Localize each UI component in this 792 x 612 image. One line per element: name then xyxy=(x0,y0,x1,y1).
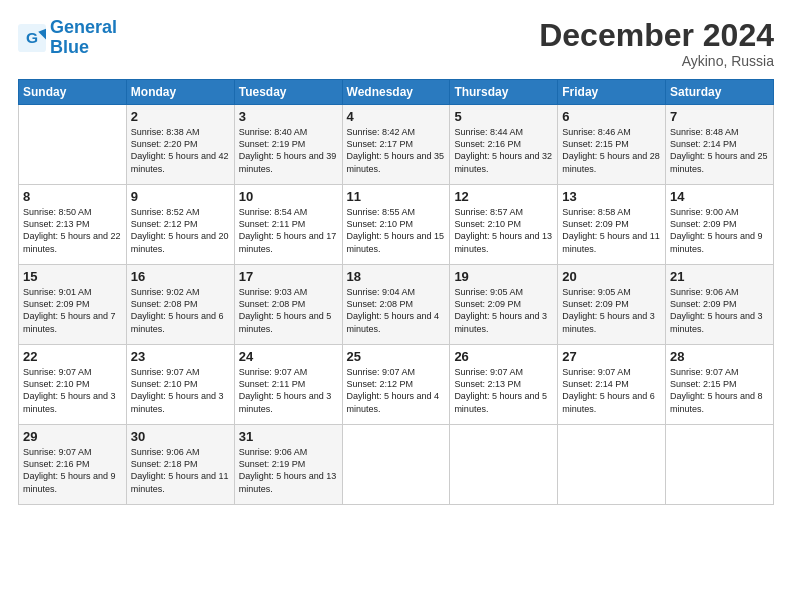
daylight: Daylight: 5 hours and 13 minutes. xyxy=(239,471,337,493)
calendar-cell: 29 Sunrise: 9:07 AM Sunset: 2:16 PM Dayl… xyxy=(19,425,127,505)
col-wednesday: Wednesday xyxy=(342,80,450,105)
svg-text:G: G xyxy=(26,28,38,45)
day-info: Sunrise: 8:50 AM Sunset: 2:13 PM Dayligh… xyxy=(23,206,122,255)
col-friday: Friday xyxy=(558,80,666,105)
daylight: Daylight: 5 hours and 13 minutes. xyxy=(454,231,552,253)
day-info: Sunrise: 8:57 AM Sunset: 2:10 PM Dayligh… xyxy=(454,206,553,255)
sunrise: Sunrise: 8:42 AM xyxy=(347,127,416,137)
sunset: Sunset: 2:19 PM xyxy=(239,139,306,149)
day-info: Sunrise: 9:05 AM Sunset: 2:09 PM Dayligh… xyxy=(454,286,553,335)
calendar-body: 2 Sunrise: 8:38 AM Sunset: 2:20 PM Dayli… xyxy=(19,105,774,505)
day-number: 21 xyxy=(670,269,769,284)
sunrise: Sunrise: 8:52 AM xyxy=(131,207,200,217)
day-info: Sunrise: 8:38 AM Sunset: 2:20 PM Dayligh… xyxy=(131,126,230,175)
sunrise: Sunrise: 9:07 AM xyxy=(23,447,92,457)
day-number: 25 xyxy=(347,349,446,364)
week-row-2: 8 Sunrise: 8:50 AM Sunset: 2:13 PM Dayli… xyxy=(19,185,774,265)
day-number: 15 xyxy=(23,269,122,284)
sunset: Sunset: 2:13 PM xyxy=(454,379,521,389)
sunset: Sunset: 2:09 PM xyxy=(670,219,737,229)
calendar-cell xyxy=(666,425,774,505)
calendar-cell: 7 Sunrise: 8:48 AM Sunset: 2:14 PM Dayli… xyxy=(666,105,774,185)
day-number: 10 xyxy=(239,189,338,204)
week-row-1: 2 Sunrise: 8:38 AM Sunset: 2:20 PM Dayli… xyxy=(19,105,774,185)
daylight: Daylight: 5 hours and 11 minutes. xyxy=(131,471,229,493)
day-info: Sunrise: 9:07 AM Sunset: 2:10 PM Dayligh… xyxy=(23,366,122,415)
calendar-cell: 12 Sunrise: 8:57 AM Sunset: 2:10 PM Dayl… xyxy=(450,185,558,265)
sunset: Sunset: 2:12 PM xyxy=(131,219,198,229)
header-row: Sunday Monday Tuesday Wednesday Thursday… xyxy=(19,80,774,105)
sunset: Sunset: 2:10 PM xyxy=(131,379,198,389)
calendar-cell: 19 Sunrise: 9:05 AM Sunset: 2:09 PM Dayl… xyxy=(450,265,558,345)
daylight: Daylight: 5 hours and 9 minutes. xyxy=(23,471,116,493)
sunset: Sunset: 2:11 PM xyxy=(239,379,306,389)
day-info: Sunrise: 8:54 AM Sunset: 2:11 PM Dayligh… xyxy=(239,206,338,255)
calendar-cell: 10 Sunrise: 8:54 AM Sunset: 2:11 PM Dayl… xyxy=(234,185,342,265)
day-info: Sunrise: 9:07 AM Sunset: 2:13 PM Dayligh… xyxy=(454,366,553,415)
day-info: Sunrise: 8:40 AM Sunset: 2:19 PM Dayligh… xyxy=(239,126,338,175)
sunrise: Sunrise: 9:05 AM xyxy=(454,287,523,297)
day-number: 12 xyxy=(454,189,553,204)
sunrise: Sunrise: 9:04 AM xyxy=(347,287,416,297)
calendar-cell: 9 Sunrise: 8:52 AM Sunset: 2:12 PM Dayli… xyxy=(126,185,234,265)
daylight: Daylight: 5 hours and 11 minutes. xyxy=(562,231,660,253)
day-number: 8 xyxy=(23,189,122,204)
sunset: Sunset: 2:20 PM xyxy=(131,139,198,149)
month-title: December 2024 xyxy=(539,18,774,53)
sunset: Sunset: 2:10 PM xyxy=(454,219,521,229)
sunrise: Sunrise: 8:55 AM xyxy=(347,207,416,217)
day-number: 19 xyxy=(454,269,553,284)
day-number: 30 xyxy=(131,429,230,444)
day-number: 2 xyxy=(131,109,230,124)
col-tuesday: Tuesday xyxy=(234,80,342,105)
sunrise: Sunrise: 8:38 AM xyxy=(131,127,200,137)
calendar-cell: 23 Sunrise: 9:07 AM Sunset: 2:10 PM Dayl… xyxy=(126,345,234,425)
calendar-cell: 16 Sunrise: 9:02 AM Sunset: 2:08 PM Dayl… xyxy=(126,265,234,345)
calendar-cell: 21 Sunrise: 9:06 AM Sunset: 2:09 PM Dayl… xyxy=(666,265,774,345)
col-thursday: Thursday xyxy=(450,80,558,105)
day-number: 26 xyxy=(454,349,553,364)
day-number: 6 xyxy=(562,109,661,124)
sunrise: Sunrise: 9:07 AM xyxy=(454,367,523,377)
day-number: 11 xyxy=(347,189,446,204)
day-info: Sunrise: 9:07 AM Sunset: 2:14 PM Dayligh… xyxy=(562,366,661,415)
daylight: Daylight: 5 hours and 9 minutes. xyxy=(670,231,763,253)
sunrise: Sunrise: 9:07 AM xyxy=(131,367,200,377)
calendar-cell: 13 Sunrise: 8:58 AM Sunset: 2:09 PM Dayl… xyxy=(558,185,666,265)
col-saturday: Saturday xyxy=(666,80,774,105)
calendar-cell: 14 Sunrise: 9:00 AM Sunset: 2:09 PM Dayl… xyxy=(666,185,774,265)
sunset: Sunset: 2:10 PM xyxy=(347,219,414,229)
sunrise: Sunrise: 9:00 AM xyxy=(670,207,739,217)
daylight: Daylight: 5 hours and 4 minutes. xyxy=(347,311,440,333)
day-number: 13 xyxy=(562,189,661,204)
daylight: Daylight: 5 hours and 7 minutes. xyxy=(23,311,116,333)
sunset: Sunset: 2:12 PM xyxy=(347,379,414,389)
calendar-cell: 17 Sunrise: 9:03 AM Sunset: 2:08 PM Dayl… xyxy=(234,265,342,345)
calendar-cell: 24 Sunrise: 9:07 AM Sunset: 2:11 PM Dayl… xyxy=(234,345,342,425)
day-info: Sunrise: 9:05 AM Sunset: 2:09 PM Dayligh… xyxy=(562,286,661,335)
day-number: 23 xyxy=(131,349,230,364)
sunset: Sunset: 2:08 PM xyxy=(347,299,414,309)
sunset: Sunset: 2:09 PM xyxy=(562,219,629,229)
day-number: 7 xyxy=(670,109,769,124)
sunrise: Sunrise: 9:03 AM xyxy=(239,287,308,297)
daylight: Daylight: 5 hours and 15 minutes. xyxy=(347,231,445,253)
calendar-cell: 31 Sunrise: 9:06 AM Sunset: 2:19 PM Dayl… xyxy=(234,425,342,505)
daylight: Daylight: 5 hours and 5 minutes. xyxy=(239,311,332,333)
sunrise: Sunrise: 9:07 AM xyxy=(670,367,739,377)
daylight: Daylight: 5 hours and 8 minutes. xyxy=(670,391,763,413)
calendar-table: Sunday Monday Tuesday Wednesday Thursday… xyxy=(18,79,774,505)
calendar-cell xyxy=(19,105,127,185)
sunset: Sunset: 2:17 PM xyxy=(347,139,414,149)
day-info: Sunrise: 8:55 AM Sunset: 2:10 PM Dayligh… xyxy=(347,206,446,255)
week-row-4: 22 Sunrise: 9:07 AM Sunset: 2:10 PM Dayl… xyxy=(19,345,774,425)
calendar-cell: 27 Sunrise: 9:07 AM Sunset: 2:14 PM Dayl… xyxy=(558,345,666,425)
day-info: Sunrise: 9:07 AM Sunset: 2:11 PM Dayligh… xyxy=(239,366,338,415)
daylight: Daylight: 5 hours and 5 minutes. xyxy=(454,391,547,413)
day-number: 31 xyxy=(239,429,338,444)
sunset: Sunset: 2:09 PM xyxy=(670,299,737,309)
col-sunday: Sunday xyxy=(19,80,127,105)
calendar-cell: 11 Sunrise: 8:55 AM Sunset: 2:10 PM Dayl… xyxy=(342,185,450,265)
day-info: Sunrise: 9:07 AM Sunset: 2:10 PM Dayligh… xyxy=(131,366,230,415)
sunrise: Sunrise: 9:05 AM xyxy=(562,287,631,297)
